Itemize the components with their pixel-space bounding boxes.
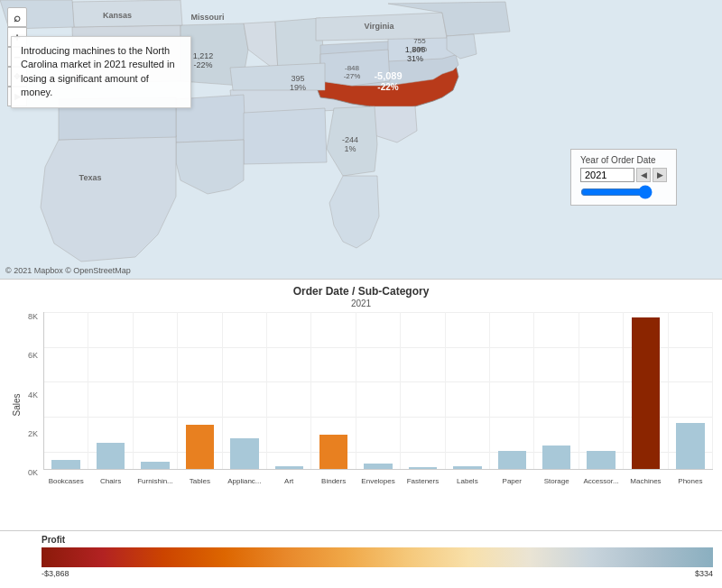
bar [453, 466, 481, 469]
bar-group[interactable]: Art [267, 312, 311, 469]
bar-group[interactable]: Tables [178, 312, 222, 469]
profit-section: Profit -$3,868 $334 [0, 530, 722, 586]
bar-group[interactable]: Fasteners [401, 312, 445, 469]
bar-label: Art [267, 477, 310, 485]
svg-text:-244: -244 [342, 135, 358, 144]
year-prev-button[interactable]: ◀ [636, 168, 651, 182]
bar-group[interactable]: Binders [311, 312, 356, 469]
svg-text:Missouri: Missouri [190, 13, 224, 22]
bar [319, 435, 347, 469]
svg-text:1,212: 1,212 [193, 51, 214, 60]
map-section: -5,089 -22% 1,806 31% 755 24% 395 19% -8… [0, 0, 722, 280]
bar [51, 460, 79, 469]
bar [230, 438, 258, 469]
bar-group[interactable]: Machines [624, 312, 668, 469]
year-filter: Year of Order Date ◀ ▶ [570, 149, 677, 206]
svg-text:24%: 24% [412, 45, 427, 53]
bar [498, 451, 526, 469]
bar-label: Phones [669, 477, 712, 485]
y-tick-4k: 4K [28, 390, 38, 400]
bar-label: Accessor... [579, 477, 623, 485]
bar-group[interactable]: Paper [490, 312, 534, 469]
bar-label: Paper [490, 477, 533, 485]
y-tick-2k: 2K [28, 429, 38, 438]
svg-text:755: 755 [413, 37, 426, 45]
bar-label: Machines [624, 477, 667, 485]
bar-group[interactable]: Bookcases [44, 312, 88, 469]
y-tick-6k: 6K [28, 351, 38, 360]
bar-group[interactable]: Applianc... [223, 312, 267, 469]
bar [587, 451, 615, 469]
svg-text:31%: 31% [407, 54, 423, 63]
bar-group[interactable]: Phones [669, 312, 713, 469]
svg-text:Virginia: Virginia [365, 22, 395, 31]
svg-text:1%: 1% [344, 144, 356, 153]
year-filter-label: Year of Order Date [580, 155, 667, 165]
chart-title: Order Date / Sub-Category [9, 285, 713, 298]
svg-text:395: 395 [291, 74, 304, 83]
bar-group[interactable]: Furnishin... [134, 312, 178, 469]
bar-group[interactable]: Envelopes [356, 312, 401, 469]
svg-text:-848: -848 [345, 64, 360, 72]
map-tooltip: Introducing machines to the North Caroli… [11, 36, 191, 108]
bar-label: Furnishin... [134, 477, 177, 485]
bar [364, 464, 392, 469]
bar [186, 425, 214, 469]
year-input[interactable] [580, 168, 634, 182]
bar-label: Labels [446, 477, 489, 485]
svg-text:-22%: -22% [377, 82, 398, 92]
tooltip-text: Introducing machines to the North Caroli… [21, 45, 175, 97]
bar-label: Fasteners [401, 477, 444, 485]
svg-text:19%: 19% [290, 83, 306, 92]
bar-label: Envelopes [356, 477, 400, 485]
bar [275, 466, 303, 469]
year-next-button[interactable]: ▶ [653, 168, 667, 182]
profit-gradient-bar [42, 547, 713, 567]
map-copyright: © 2021 Mapbox © OpenStreetMap [5, 266, 131, 275]
bar-label: Binders [311, 477, 355, 485]
y-tick-0k: 0K [28, 468, 38, 477]
svg-text:-27%: -27% [344, 72, 361, 80]
profit-bar-container: -$3,868 $334 [42, 547, 713, 573]
bar-group[interactable]: Labels [446, 312, 490, 469]
bar-label: Tables [178, 477, 221, 485]
bar-group[interactable]: Chairs [88, 312, 133, 469]
svg-marker-18 [244, 108, 327, 164]
bar-group[interactable]: Storage [534, 312, 579, 469]
chart-section: Order Date / Sub-Category 2021 Sales 8K … [0, 280, 722, 530]
profit-title: Profit [42, 535, 713, 545]
svg-text:-5,089: -5,089 [374, 70, 402, 81]
svg-marker-16 [230, 63, 325, 90]
bar-label: Bookcases [44, 477, 88, 485]
profit-min-label: -$3,868 [42, 569, 69, 578]
bar-label: Applianc... [223, 477, 266, 485]
y-tick-8k: 8K [28, 312, 38, 321]
bar-label: Chairs [88, 477, 132, 485]
svg-text:Kansas: Kansas [103, 11, 132, 20]
year-slider[interactable] [580, 185, 653, 199]
svg-text:-22%: -22% [193, 60, 212, 69]
bar-label: Storage [534, 477, 578, 485]
bar [632, 317, 660, 469]
search-button[interactable]: ⌕ [7, 7, 27, 27]
bar [676, 423, 704, 469]
svg-text:Texas: Texas [79, 173, 102, 182]
bars-container: BookcasesChairsFurnishin...TablesApplian… [43, 312, 713, 470]
profit-max-label: $334 [695, 569, 713, 578]
bar [97, 443, 125, 469]
bar [409, 467, 437, 469]
chart-subtitle: 2021 [9, 299, 713, 308]
bar-group[interactable]: Accessor... [579, 312, 624, 469]
bar [141, 462, 169, 469]
bar [542, 446, 570, 469]
